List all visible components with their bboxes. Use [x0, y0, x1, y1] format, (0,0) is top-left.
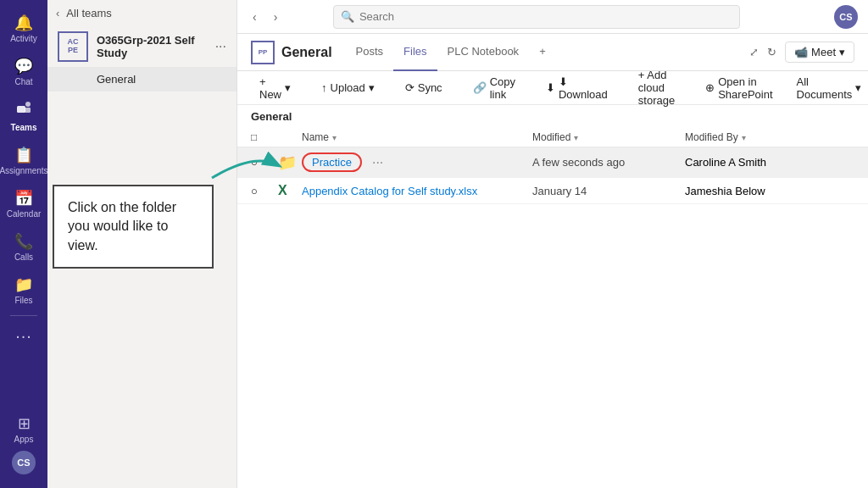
- breadcrumb: General: [237, 105, 868, 128]
- sidebar-item-teams[interactable]: Teams: [0, 93, 47, 139]
- folder-name-link[interactable]: Practice: [302, 152, 362, 172]
- sidebar-item-assignments[interactable]: 📋 Assignments: [0, 139, 47, 182]
- top-bar-right: CS: [834, 5, 858, 29]
- new-label: + New: [259, 75, 281, 101]
- user-avatar[interactable]: CS: [834, 5, 858, 29]
- sidebar-item-calendar[interactable]: 📅 Calendar: [0, 182, 47, 225]
- col-modified-sort: ▾: [574, 133, 578, 142]
- sidebar-item-calls[interactable]: 📞 Calls: [0, 225, 47, 269]
- sidebar-item-activity[interactable]: 🔔 Activity: [0, 7, 47, 50]
- all-docs-button[interactable]: All Documents ▾: [788, 72, 868, 104]
- channel-item-general[interactable]: General: [47, 67, 236, 92]
- channel-header: PP General Posts Files PLC Notebook + ⤢ …: [237, 34, 868, 71]
- search-box[interactable]: 🔍: [333, 5, 740, 29]
- row2-modifiedby: Jameshia Below: [685, 185, 854, 197]
- col-modifiedby-label: Modified By: [685, 131, 738, 143]
- meet-button[interactable]: 📹 Meet ▾: [785, 42, 854, 63]
- row2-name-col: Appendix Catalog for Self study.xlsx: [302, 185, 532, 197]
- sidebar-item-chat[interactable]: 💬 Chat: [0, 50, 47, 93]
- sync-label: Sync: [418, 81, 442, 94]
- all-teams-label: All teams: [66, 7, 111, 19]
- meet-label: Meet: [811, 46, 836, 58]
- row1-name-col: Practice ···: [302, 152, 532, 172]
- sync-icon: ⟳: [405, 81, 415, 94]
- new-button[interactable]: + New ▾: [251, 72, 299, 104]
- row2-modified: January 14: [532, 185, 685, 197]
- sidebar-item-apps[interactable]: ⊞ Apps: [12, 408, 36, 451]
- sidebar-item-more[interactable]: ···: [0, 319, 47, 352]
- col-modifiedby-header: Modified By ▾: [685, 131, 854, 143]
- col-name-sort: ▾: [332, 133, 337, 142]
- all-docs-dropdown-icon: ▾: [855, 81, 861, 94]
- upload-icon: ↑: [321, 81, 327, 94]
- apps-icon: ⊞: [18, 414, 31, 433]
- row1-check[interactable]: ○: [251, 156, 278, 169]
- sidebar-label-apps: Apps: [14, 435, 34, 444]
- nav-forward-button-top[interactable]: ›: [269, 8, 283, 25]
- download-icon: ⬇: [546, 81, 555, 94]
- row1-modified: A few seconds ago: [532, 156, 685, 169]
- expand-button[interactable]: ⤢: [749, 46, 759, 58]
- more-icon: ···: [15, 326, 32, 346]
- row2-icon: X: [278, 183, 302, 198]
- nav-back-button[interactable]: ‹: [56, 7, 59, 19]
- sidebar-label-files: Files: [14, 296, 32, 305]
- sidebar: 🔔 Activity 💬 Chat Teams 📋 Assignments 📅 …: [0, 0, 47, 488]
- file-list-header: □ Name ▾ Modified ▾ Modified By ▾: [237, 128, 868, 147]
- search-input[interactable]: [359, 10, 732, 23]
- sync-button[interactable]: ⟳ Sync: [397, 78, 451, 97]
- calls-icon: 📞: [14, 232, 33, 251]
- open-sharepoint-button[interactable]: ⊕ Open in SharePoint: [697, 72, 781, 104]
- svg-rect-0: [17, 106, 25, 113]
- tab-plc-notebook[interactable]: PLC Notebook: [437, 34, 530, 71]
- row1-more-icon[interactable]: ···: [372, 155, 383, 170]
- table-row[interactable]: ○ 📁 Practice ··· A few seconds ago Carol…: [237, 147, 868, 178]
- download-button[interactable]: ⬇ ⬇ Download: [537, 72, 616, 104]
- refresh-button[interactable]: ↻: [767, 46, 776, 58]
- upload-button[interactable]: ↑ Upload ▾: [313, 78, 383, 97]
- col-modified-label: Modified: [532, 131, 570, 143]
- table-row[interactable]: ○ X Appendix Catalog for Self study.xlsx…: [237, 178, 868, 204]
- toolbar: + New ▾ ↑ Upload ▾ ⟳ Sync 🔗 Copy link ⬇ …: [237, 71, 868, 105]
- team-name: O365Grp-2021 Self Study: [97, 34, 207, 59]
- tab-posts[interactable]: Posts: [346, 34, 394, 71]
- top-bar: ‹ › 🔍 CS: [237, 0, 868, 34]
- nav-back-button-top[interactable]: ‹: [248, 8, 262, 25]
- annotation-text: Click on the folder you would like to vi…: [68, 200, 176, 252]
- sidebar-user-avatar[interactable]: CS: [12, 451, 36, 474]
- team-entry: ACPE O365Grp-2021 Self Study ···: [47, 26, 236, 67]
- teams-icon: [15, 100, 32, 121]
- col-modified-header[interactable]: Modified ▾: [532, 131, 685, 143]
- sidebar-label-assignments: Assignments: [0, 166, 48, 175]
- calendar-icon: 📅: [14, 189, 33, 208]
- excel-name-link[interactable]: Appendix Catalog for Self study.xlsx: [302, 185, 477, 197]
- col-check: □: [251, 131, 278, 143]
- copy-link-label: Copy link: [490, 75, 515, 101]
- row1-modifiedby: Caroline A Smith: [685, 156, 854, 169]
- annotation-box: Click on the folder you would like to vi…: [53, 185, 214, 269]
- channel-logo: PP: [251, 41, 275, 64]
- tab-files[interactable]: Files: [393, 34, 437, 71]
- col-modifiedby-sort: ▾: [742, 133, 746, 142]
- activity-icon: 🔔: [14, 14, 33, 32]
- copy-link-icon: 🔗: [473, 81, 487, 94]
- tab-add[interactable]: +: [529, 34, 556, 71]
- team-more-icon[interactable]: ···: [215, 39, 226, 54]
- svg-rect-2: [25, 108, 31, 113]
- add-cloud-button[interactable]: + Add cloud storage: [630, 65, 683, 110]
- meet-icon: 📹: [794, 46, 808, 58]
- add-cloud-label: + Add cloud storage: [638, 69, 675, 107]
- team-logo: ACPE: [58, 31, 88, 62]
- sidebar-item-files[interactable]: 📁 Files: [0, 269, 47, 312]
- files-icon: 📁: [14, 275, 33, 294]
- excel-icon: X: [278, 183, 287, 197]
- chat-icon: 💬: [14, 57, 33, 75]
- row2-check[interactable]: ○: [251, 185, 278, 197]
- file-list: □ Name ▾ Modified ▾ Modified By ▾ ○ 📁: [237, 128, 868, 488]
- col-name-label: Name: [302, 131, 329, 143]
- col-name-header[interactable]: Name ▾: [302, 131, 532, 143]
- sharepoint-icon: ⊕: [705, 81, 715, 94]
- file-icon-header: □: [251, 131, 257, 143]
- copy-link-button[interactable]: 🔗 Copy link: [465, 72, 524, 104]
- assignments-icon: 📋: [14, 146, 33, 164]
